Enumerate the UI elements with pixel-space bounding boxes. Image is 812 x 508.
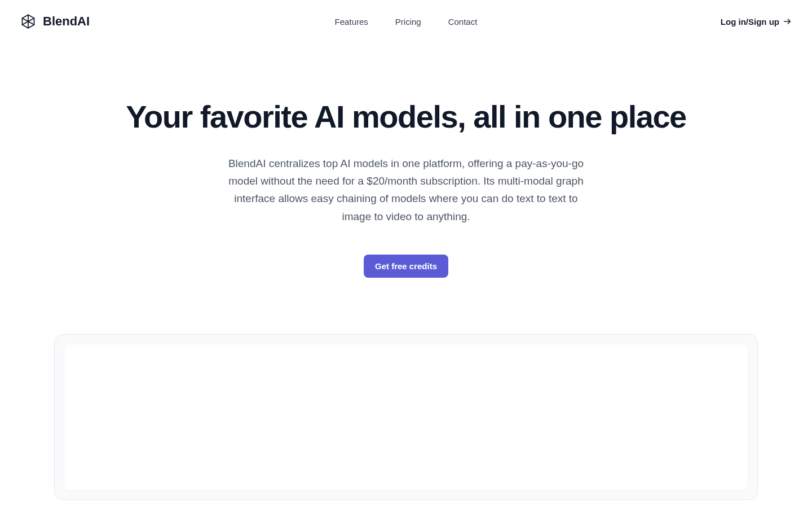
nav-features[interactable]: Features xyxy=(335,17,368,27)
nav-contact[interactable]: Contact xyxy=(448,17,478,27)
main-nav: Features Pricing Contact xyxy=(335,17,478,27)
login-signup-label: Log in/Sign up xyxy=(721,17,779,27)
hero-title: Your favorite AI models, all in one plac… xyxy=(118,99,694,134)
login-signup-link[interactable]: Log in/Sign up xyxy=(721,17,792,27)
product-preview-placeholder xyxy=(64,344,748,491)
nav-pricing[interactable]: Pricing xyxy=(395,17,421,27)
hero-section: Your favorite AI models, all in one plac… xyxy=(96,43,716,312)
cube-icon xyxy=(20,14,36,29)
get-free-credits-button[interactable]: Get free credits xyxy=(364,255,448,278)
brand-name: BlendAI xyxy=(43,14,90,29)
arrow-right-icon xyxy=(783,17,792,26)
hero-description: BlendAI centralizes top AI models in one… xyxy=(220,155,592,225)
brand-logo-group[interactable]: BlendAI xyxy=(20,14,90,29)
site-header: BlendAI Features Pricing Contact Log in/… xyxy=(0,0,812,43)
product-preview-card xyxy=(54,334,758,500)
